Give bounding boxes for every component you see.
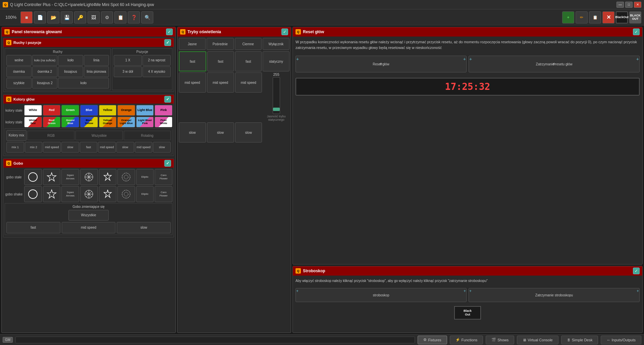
gobo-fan[interactable] — [80, 169, 98, 185]
color-yellow-orange[interactable]: Yellow/Orange — [99, 117, 117, 127]
btn-jasne[interactable]: Jasne — [179, 38, 206, 50]
color-green-blue[interactable]: Green/Blue — [61, 117, 79, 127]
btn-linia-pionowa[interactable]: linia pionowa — [84, 66, 109, 77]
gobo-caro-flower-2[interactable]: CaroFlower — [155, 186, 172, 202]
gobo-shake-eliptic[interactable]: Eliptic — [136, 186, 154, 202]
ruchy-check[interactable]: ✓ — [164, 39, 171, 46]
btn-fast-posrednie[interactable]: fast — [207, 51, 234, 71]
btn-osemka[interactable]: ósemka — [6, 66, 32, 77]
btn-lissajous[interactable]: lissajous — [58, 66, 83, 77]
btn-kolo[interactable]: koło — [58, 55, 83, 66]
btn-statyczny[interactable]: statyczny — [263, 51, 289, 71]
color-blue-yellow[interactable]: Blue/Yellow — [80, 117, 98, 127]
stroboskop-check[interactable]: ✓ — [633, 268, 640, 274]
tryby-check[interactable]: ✓ — [281, 28, 288, 35]
color-pink[interactable]: Pink — [155, 105, 172, 116]
maximize-button[interactable]: □ — [625, 2, 633, 8]
btn-slow-posrednie[interactable]: slow — [207, 122, 234, 142]
panel-check[interactable]: ✓ — [166, 28, 173, 35]
toolbar-btn-8[interactable]: 📋 — [114, 11, 126, 23]
btn-lissajous2[interactable]: lissajous 2 — [32, 78, 57, 89]
search-button[interactable]: 🔍 — [141, 11, 153, 23]
color-orange[interactable]: Orange — [117, 105, 135, 116]
btn-slow-1[interactable]: slow — [61, 142, 79, 153]
btn-kolo2[interactable]: koło — [58, 78, 109, 89]
blackout-button[interactable]: Black Out — [616, 11, 628, 23]
btn-2na[interactable]: 2 na wprost — [143, 55, 171, 66]
btn-ciemne[interactable]: Ciemne — [235, 38, 262, 50]
gobo-fast-btn[interactable]: fast — [6, 222, 60, 233]
btn-mid-posrednie[interactable]: mid speed — [207, 72, 234, 93]
gobo-dotted[interactable] — [117, 169, 135, 185]
tab-virtual-console[interactable]: 🖥 Virtual Console — [517, 336, 558, 344]
btn-fast-ciemne[interactable]: fast — [235, 51, 262, 71]
new-button[interactable]: 📄 — [34, 11, 46, 23]
save-button[interactable]: 💾 — [61, 11, 73, 23]
gobo-eliptic[interactable]: Eliptic — [136, 169, 154, 185]
btn-fast-jasne[interactable]: fast — [179, 51, 206, 71]
btn-mid-speed-2[interactable]: mid speed — [98, 142, 116, 153]
kolory-mix-btn[interactable]: Kolory mix — [6, 130, 26, 141]
toolbar-right-1[interactable]: + — [562, 11, 574, 23]
btn-mix2[interactable]: mix 2 — [25, 142, 43, 153]
gobo-circle[interactable] — [24, 169, 42, 185]
gobo-5star[interactable] — [99, 169, 117, 185]
tab-shows[interactable]: 🎬 Shows — [486, 336, 514, 344]
gobo-shake-circle[interactable] — [24, 186, 42, 202]
btn-slow-3[interactable]: slow — [153, 142, 171, 153]
stroboskop-button[interactable]: stroboskop — [296, 288, 467, 302]
gobo-star[interactable] — [43, 169, 61, 185]
zatrzymanie-stroboskopu-button[interactable]: Zatrzymanie stroboskopu — [469, 288, 640, 302]
gobo-caro-flower-1[interactable]: CaroFlower — [155, 169, 172, 185]
reset-check[interactable]: ✓ — [633, 28, 640, 35]
toolbar-btn-1[interactable]: ■ — [20, 11, 33, 23]
color-red[interactable]: Red — [43, 105, 61, 116]
toolbar-right-3[interactable]: 📋 — [589, 11, 601, 23]
color-white[interactable]: White — [24, 105, 42, 116]
toolbar-btn-5[interactable]: 🔑 — [74, 11, 86, 23]
toolbar-right-5[interactable]: BLACKOUT — [629, 11, 641, 23]
tab-functions[interactable]: ⚡ Functions — [450, 336, 483, 344]
btn-3w[interactable]: 3 w dół — [114, 66, 142, 77]
gobo-sqare-arrows[interactable]: SqareArrows — [61, 169, 79, 185]
scroll-area[interactable] — [15, 337, 415, 343]
toolbar-btn-7[interactable]: ⚙ — [101, 11, 113, 23]
tab-simple-desk[interactable]: 🎚 Simple Desk — [561, 336, 598, 344]
gobo-mid-btn[interactable]: mid speed — [62, 222, 116, 233]
power-button[interactable]: ✕ — [602, 11, 614, 23]
color-green[interactable]: Green — [61, 105, 79, 116]
gobo-shake-fan[interactable] — [80, 186, 98, 202]
kolory-check[interactable]: ✓ — [164, 96, 171, 103]
gobo-shake-star[interactable] — [43, 186, 61, 202]
btn-posrednie[interactable]: Pośrednie — [207, 38, 233, 50]
btn-wolne[interactable]: wolne — [6, 55, 32, 66]
color-white-red[interactable]: White/Red — [24, 117, 42, 127]
gobo-wszystkie-btn[interactable]: Wszystkie — [68, 210, 109, 221]
btn-kolo-suficie[interactable]: koło (na suficie) — [32, 55, 57, 66]
minimize-button[interactable]: — — [616, 2, 624, 8]
color-yellow[interactable]: Yellow — [99, 105, 117, 116]
btn-osemka2[interactable]: ósemka 2 — [32, 66, 57, 77]
reset-glow-button[interactable]: Reset głów — [296, 56, 467, 72]
close-button[interactable]: ✕ — [634, 2, 641, 8]
gobo-check[interactable]: ✓ — [164, 160, 171, 167]
color-pink-white[interactable]: Pink/White — [155, 117, 172, 127]
btn-slow-jasne[interactable]: slow — [179, 122, 206, 142]
btn-mid-ciemne[interactable]: mid speed — [235, 72, 262, 93]
btn-mid-jasne[interactable]: mid speed — [179, 72, 206, 93]
btn-slow-2[interactable]: slow — [116, 142, 134, 153]
color-orange-lightblue[interactable]: Orange/Light Blue — [117, 117, 135, 127]
brightness-slider[interactable] — [273, 77, 280, 114]
help-button[interactable]: ❓ — [128, 11, 140, 23]
btn-wylacznik[interactable]: Wyłącznik — [263, 38, 289, 50]
gobo-shake-sqare[interactable]: SqareArrows — [61, 186, 79, 202]
color-lightblue[interactable]: Light Blue — [136, 105, 154, 116]
strobo-blackout-button[interactable]: Black Out — [454, 306, 481, 320]
color-lightblue-pink[interactable]: Light Blue/Pink — [136, 117, 154, 127]
tab-inputs-outputs[interactable]: ↔ Inputs/Outputs — [601, 336, 641, 344]
btn-mid-speed-1[interactable]: mid speed — [43, 142, 61, 153]
toolbar-btn-6[interactable]: 🖼 — [88, 11, 100, 23]
zatrzymanie-button[interactable]: Zatrzymanie resetu głów — [469, 56, 640, 72]
btn-mix1[interactable]: mix 1 — [6, 142, 24, 153]
gobo-shake-dotted[interactable] — [117, 186, 135, 202]
